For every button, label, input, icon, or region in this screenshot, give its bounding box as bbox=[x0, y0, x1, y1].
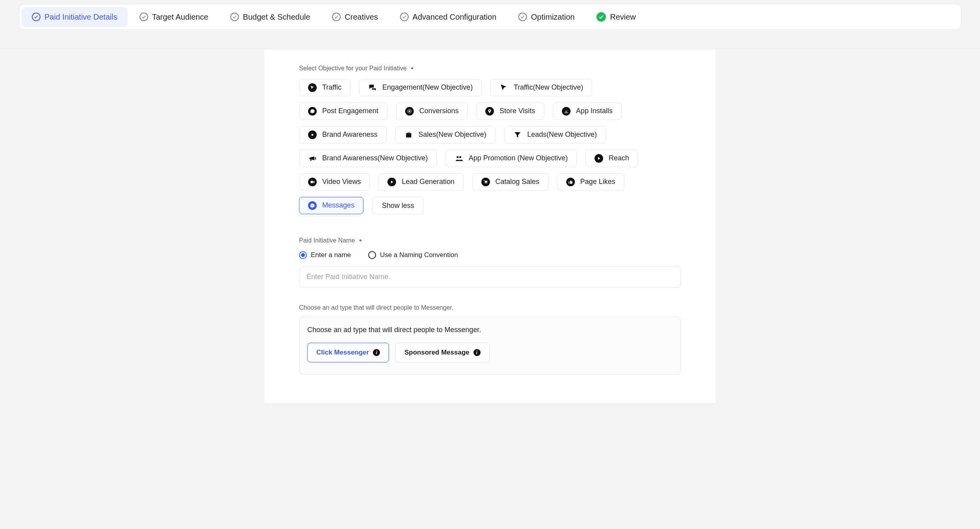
objective-chip-lead-generation[interactable]: Lead Generation bbox=[378, 173, 463, 191]
chip-label: Traffic bbox=[322, 83, 341, 92]
check-circle-icon bbox=[32, 13, 40, 21]
radio-icon bbox=[299, 251, 307, 259]
radio-enter-name[interactable]: Enter a name bbox=[299, 251, 351, 259]
name-section-text: Paid Initiative Name bbox=[299, 237, 355, 244]
objective-chip-app-promotion-new[interactable]: App Promotion (New Objective) bbox=[446, 150, 577, 167]
objective-chip-conversions[interactable]: Conversions bbox=[396, 103, 468, 120]
name-section-label: Paid Initiative Name ● bbox=[299, 237, 681, 244]
tab-advanced-configuration[interactable]: Advanced Configuration bbox=[390, 7, 507, 27]
adtype-sponsored-message[interactable]: Sponsored Message i bbox=[395, 343, 489, 362]
adtype-box: Choose an ad type that will direct peopl… bbox=[299, 317, 681, 375]
chip-label: Traffic(New Objective) bbox=[514, 83, 583, 92]
chip-label: Conversions bbox=[419, 107, 459, 116]
cursor-icon bbox=[308, 83, 317, 92]
download-icon bbox=[562, 107, 571, 116]
check-circle-icon bbox=[518, 13, 527, 21]
chip-label: App Promotion (New Objective) bbox=[469, 154, 568, 163]
cart-icon bbox=[481, 178, 490, 186]
radio-icon bbox=[368, 251, 376, 259]
radio-label: Enter a name bbox=[311, 251, 351, 259]
tab-label: Creatives bbox=[345, 13, 378, 22]
adtype-heading: Choose an ad type that will direct peopl… bbox=[299, 304, 681, 311]
chat-icon bbox=[368, 83, 377, 92]
tab-label: Target Audience bbox=[152, 13, 208, 22]
chip-label: Sales(New Objective) bbox=[418, 130, 486, 139]
objective-chip-store-visits[interactable]: Store Visits bbox=[476, 103, 544, 120]
cursor-icon bbox=[499, 83, 508, 92]
objective-chip-traffic-new[interactable]: Traffic(New Objective) bbox=[490, 79, 592, 96]
check-circle-icon bbox=[230, 13, 239, 21]
chip-label: Store Visits bbox=[499, 107, 535, 116]
chip-label: Messages bbox=[322, 201, 354, 210]
objective-chip-messages[interactable]: Messages bbox=[299, 197, 363, 214]
messenger-icon bbox=[308, 201, 317, 210]
initiative-name-input[interactable] bbox=[299, 266, 681, 288]
required-dot-icon: ● bbox=[359, 237, 362, 243]
pin-icon bbox=[485, 107, 494, 116]
play-icon bbox=[308, 130, 317, 139]
check-circle-icon bbox=[332, 13, 341, 21]
objective-chip-engagement-new[interactable]: Engagement(New Objective) bbox=[359, 79, 482, 96]
tab-label: Paid Initiative Details bbox=[44, 13, 117, 22]
tab-label: Review bbox=[610, 13, 636, 22]
objective-chip-grid: Traffic Engagement(New Objective) Traffi… bbox=[299, 79, 681, 214]
objective-chip-traffic[interactable]: Traffic bbox=[299, 79, 351, 96]
chip-label: Catalog Sales bbox=[496, 178, 540, 186]
people-icon bbox=[455, 154, 463, 163]
objective-chip-brand-awareness-new[interactable]: Brand Awareness(New Objective) bbox=[299, 150, 437, 167]
show-less-button[interactable]: Show less bbox=[372, 197, 424, 214]
adtype-box-text: Choose an ad type that will direct peopl… bbox=[307, 326, 673, 334]
objective-chip-app-installs[interactable]: App Installs bbox=[553, 103, 622, 120]
tab-label: Advanced Configuration bbox=[413, 13, 496, 22]
speech-icon bbox=[308, 107, 317, 116]
check-solid-icon bbox=[596, 12, 606, 22]
tab-target-audience[interactable]: Target Audience bbox=[129, 7, 218, 27]
radio-label: Use a Naming Convention bbox=[380, 251, 458, 259]
like-icon bbox=[566, 178, 575, 186]
adtype-click-messenger[interactable]: Click Messenger i bbox=[307, 343, 389, 362]
radio-naming-convention[interactable]: Use a Naming Convention bbox=[368, 251, 458, 259]
chip-label: Leads(New Objective) bbox=[527, 130, 597, 139]
name-radio-row: Enter a name Use a Naming Convention bbox=[299, 251, 681, 259]
chip-label: Post Engagement bbox=[322, 107, 378, 116]
chip-label: Brand Awareness(New Objective) bbox=[322, 154, 428, 163]
svg-point-1 bbox=[409, 110, 410, 112]
tab-review[interactable]: Review bbox=[586, 7, 646, 27]
chip-label: App Installs bbox=[576, 107, 613, 116]
chip-label: Brand Awareness bbox=[322, 130, 378, 139]
objective-chip-video-views[interactable]: Video Views bbox=[299, 173, 370, 191]
objective-chip-page-likes[interactable]: Page Likes bbox=[557, 173, 624, 191]
play-icon bbox=[387, 178, 396, 186]
show-less-label: Show less bbox=[382, 202, 414, 210]
tab-label: Optimization bbox=[531, 13, 574, 22]
objective-chip-catalog-sales[interactable]: Catalog Sales bbox=[472, 173, 549, 191]
adtype-label: Click Messenger bbox=[316, 349, 369, 356]
objective-chip-reach[interactable]: Reach bbox=[585, 150, 638, 167]
info-icon[interactable]: i bbox=[473, 349, 481, 356]
chip-label: Video Views bbox=[322, 178, 361, 186]
funnel-icon bbox=[513, 130, 522, 139]
chip-label: Lead Generation bbox=[402, 178, 454, 186]
objective-chip-brand-awareness[interactable]: Brand Awareness bbox=[299, 126, 387, 143]
check-circle-icon bbox=[400, 13, 409, 21]
wizard-stepper: Paid Initiative Details Target Audience … bbox=[19, 4, 961, 30]
tab-label: Budget & Schedule bbox=[243, 13, 310, 22]
tab-optimization[interactable]: Optimization bbox=[508, 7, 585, 27]
form-panel: Select Objective for your Paid Initiativ… bbox=[264, 49, 716, 403]
target-icon bbox=[405, 107, 414, 116]
adtype-label: Sponsored Message bbox=[404, 349, 469, 356]
tab-creatives[interactable]: Creatives bbox=[322, 7, 388, 27]
chip-label: Reach bbox=[609, 154, 629, 163]
briefcase-icon bbox=[404, 130, 413, 139]
play-icon bbox=[595, 154, 603, 163]
info-icon[interactable]: i bbox=[373, 349, 380, 356]
tab-paid-initiative-details[interactable]: Paid Initiative Details bbox=[22, 7, 128, 27]
tab-budget-schedule[interactable]: Budget & Schedule bbox=[220, 7, 320, 27]
check-circle-icon bbox=[139, 13, 148, 21]
objective-chip-post-engagement[interactable]: Post Engagement bbox=[299, 103, 387, 120]
objective-chip-leads-new[interactable]: Leads(New Objective) bbox=[504, 126, 606, 143]
objective-chip-sales-new[interactable]: Sales(New Objective) bbox=[395, 126, 496, 143]
video-icon bbox=[308, 178, 317, 186]
megaphone-icon bbox=[308, 154, 317, 163]
objective-section-text: Select Objective for your Paid Initiativ… bbox=[299, 65, 407, 72]
